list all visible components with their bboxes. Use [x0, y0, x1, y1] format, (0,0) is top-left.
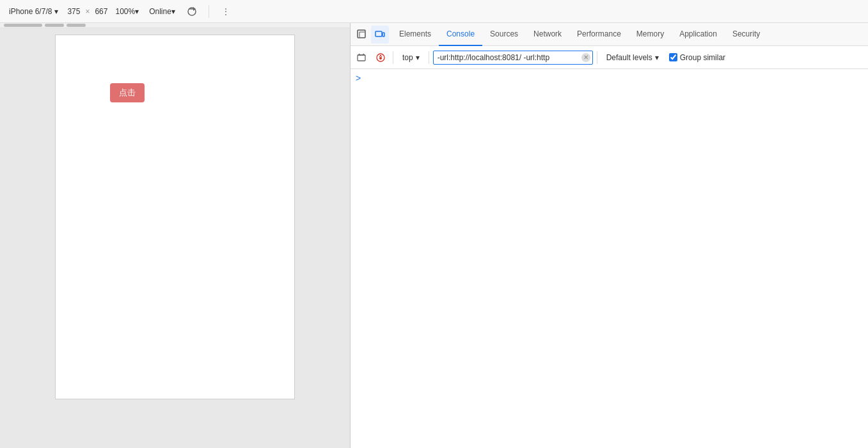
- context-value: top: [402, 53, 413, 62]
- more-options-button[interactable]: ⋮: [217, 3, 235, 20]
- tab-application[interactable]: Application: [672, 23, 725, 46]
- device-icon: [375, 29, 385, 40]
- clear-console-button[interactable]: [353, 49, 370, 66]
- zoom-dropdown-arrow: ▾: [135, 7, 139, 16]
- context-selector[interactable]: top ▾: [397, 52, 425, 63]
- log-level-value: Default levels: [606, 53, 652, 62]
- group-similar-checkbox[interactable]: [669, 53, 677, 61]
- group-similar-container: Group similar: [669, 53, 725, 62]
- zoom-selector[interactable]: 100% ▾: [113, 6, 141, 17]
- log-level-arrow: ▾: [655, 53, 659, 62]
- console-separator-3: [597, 51, 597, 64]
- filter-clear-button[interactable]: ✕: [581, 53, 590, 62]
- rotate-icon: [187, 6, 197, 17]
- devtools-tab-icons: [353, 26, 389, 44]
- stop-recording-button[interactable]: [372, 49, 389, 66]
- clear-icon: [357, 53, 366, 62]
- device-preview-panel: 点击: [0, 23, 351, 448]
- svg-line-15: [381, 56, 382, 57]
- main-layout: 点击: [0, 23, 868, 448]
- network-dropdown-arrow: ▾: [171, 7, 175, 16]
- devtools-panel: Elements Console Sources Network Perform…: [351, 23, 868, 448]
- console-toolbar: top ▾ ✕ Default levels ▾ Group similar: [351, 46, 868, 69]
- device-dropdown-arrow: ▾: [54, 7, 58, 16]
- cursor-icon: [357, 29, 367, 40]
- more-options-icon: ⋮: [222, 7, 230, 16]
- device-frame: 点击: [0, 28, 350, 448]
- device-screen: 点击: [55, 35, 295, 399]
- svg-rect-8: [358, 55, 365, 61]
- svg-rect-3: [358, 30, 365, 38]
- tab-network[interactable]: Network: [526, 23, 569, 46]
- tab-memory[interactable]: Memory: [629, 23, 672, 46]
- scroll-thumb-main: [4, 24, 42, 27]
- demo-button[interactable]: 点击: [110, 83, 145, 102]
- console-prompt-line: >: [351, 72, 868, 84]
- console-prompt-chevron[interactable]: >: [356, 73, 361, 83]
- scroll-thumbs: [0, 24, 88, 27]
- filter-input[interactable]: [433, 51, 593, 65]
- group-similar-label[interactable]: Group similar: [680, 53, 725, 62]
- svg-point-16: [379, 57, 382, 60]
- console-content: >: [351, 69, 868, 448]
- device-selector[interactable]: iPhone 6/7/8 ▾: [5, 6, 62, 17]
- device-toolbar: iPhone 6/7/8 ▾ 375 × 667 100% ▾ Online ▾…: [0, 0, 868, 23]
- device-label: iPhone 6/7/8: [9, 7, 52, 16]
- scroll-thumb-right: [67, 24, 86, 27]
- inspect-element-button[interactable]: [353, 26, 371, 44]
- svg-line-14: [379, 56, 380, 57]
- devtools-nav-tabs: Elements Console Sources Network Perform…: [391, 23, 768, 46]
- zoom-value: 100%: [115, 7, 135, 16]
- tab-elements[interactable]: Elements: [391, 23, 439, 46]
- devtools-tab-bar: Elements Console Sources Network Perform…: [351, 23, 868, 46]
- scroll-indicator-bar: [0, 23, 350, 28]
- viewport-width: 375: [67, 7, 80, 16]
- console-separator-1: [393, 51, 393, 64]
- tab-performance[interactable]: Performance: [569, 23, 629, 46]
- tab-console[interactable]: Console: [439, 23, 482, 46]
- stop-icon: [376, 53, 385, 62]
- rotate-icon-button[interactable]: [183, 3, 201, 20]
- console-separator-2: [429, 51, 429, 64]
- dimension-separator: ×: [85, 7, 90, 16]
- network-selector[interactable]: Online ▾: [146, 6, 178, 17]
- viewport-height: 667: [95, 7, 107, 16]
- tab-security[interactable]: Security: [725, 23, 768, 46]
- device-toggle-button[interactable]: [371, 26, 389, 44]
- filter-input-container: ✕: [433, 51, 593, 65]
- svg-rect-7: [383, 33, 384, 36]
- network-value: Online: [149, 7, 171, 16]
- tab-sources[interactable]: Sources: [482, 23, 526, 46]
- scroll-thumb-left: [45, 24, 64, 27]
- log-level-selector[interactable]: Default levels ▾: [601, 52, 664, 63]
- svg-rect-6: [375, 31, 382, 36]
- context-dropdown-arrow: ▾: [416, 53, 420, 62]
- toolbar-divider: [209, 5, 209, 18]
